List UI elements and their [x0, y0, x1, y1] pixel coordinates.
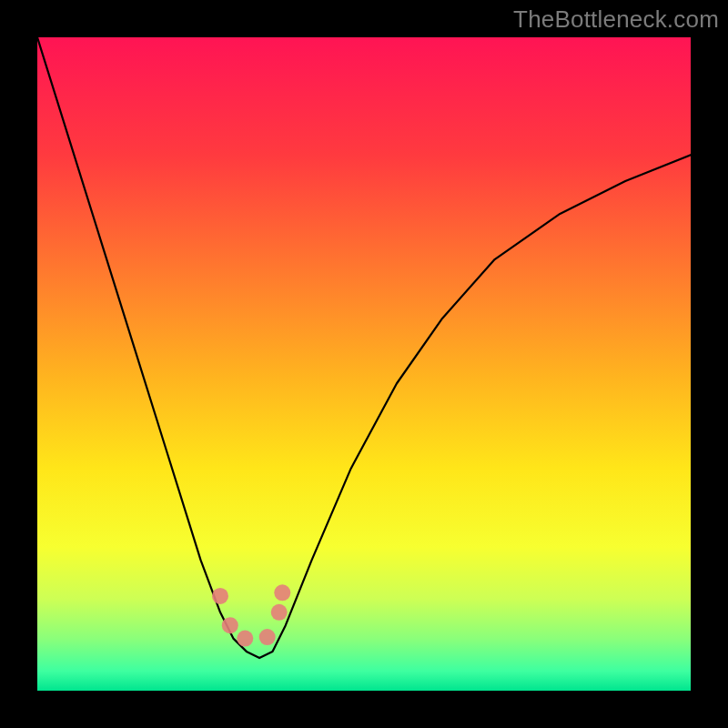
- marker-dot: [274, 584, 290, 601]
- plot-svg: [37, 37, 691, 691]
- gradient-background: [37, 37, 691, 691]
- chart-frame: TheBottleneck.com: [0, 0, 728, 728]
- marker-dot: [222, 617, 238, 633]
- marker-dot: [271, 604, 288, 621]
- marker-dot: [259, 629, 276, 645]
- watermark-text: TheBottleneck.com: [513, 5, 719, 34]
- marker-dot: [212, 588, 228, 604]
- marker-dot: [237, 631, 253, 647]
- plot-area: [37, 37, 691, 691]
